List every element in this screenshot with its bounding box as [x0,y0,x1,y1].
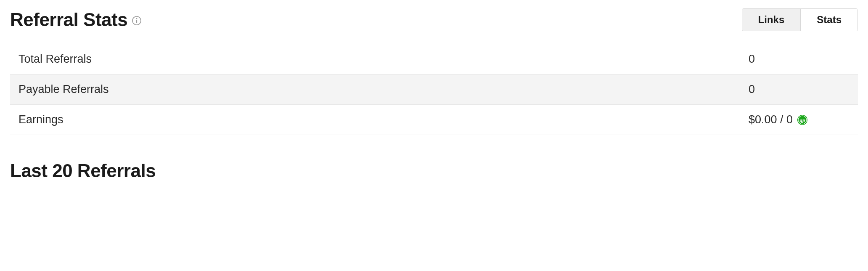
view-tabs: Links Stats [742,8,858,31]
stat-value-text: 0 [749,53,755,66]
tab-stats[interactable]: Stats [800,9,857,31]
stat-row-earnings: Earnings $0.00 / 0 gp [10,105,858,135]
stat-value-text: 0 [749,83,755,96]
stat-row-total-referrals: Total Referrals 0 [10,44,858,74]
stats-table: Total Referrals 0 Payable Referrals 0 Ea… [10,44,858,135]
stat-label: Earnings [19,113,64,126]
info-icon[interactable] [132,16,142,26]
title-wrap: Referral Stats [10,9,142,30]
page-title: Referral Stats [10,9,127,30]
stat-label: Payable Referrals [19,83,109,96]
section-title-last-referrals: Last 20 Referrals [10,160,858,181]
tab-links[interactable]: Links [742,9,801,31]
svg-text:gp: gp [799,117,806,123]
stat-value: 0 [749,83,849,96]
svg-rect-2 [136,20,137,23]
header-row: Referral Stats Links Stats [10,8,858,44]
stat-value: $0.00 / 0 gp [749,113,849,126]
stat-value: 0 [749,53,849,66]
stat-row-payable-referrals: Payable Referrals 0 [10,74,858,105]
stat-value-text: $0.00 / 0 [749,113,793,126]
stat-label: Total Referrals [19,53,92,66]
currency-icon: gp [797,114,808,125]
svg-point-1 [136,18,138,19]
